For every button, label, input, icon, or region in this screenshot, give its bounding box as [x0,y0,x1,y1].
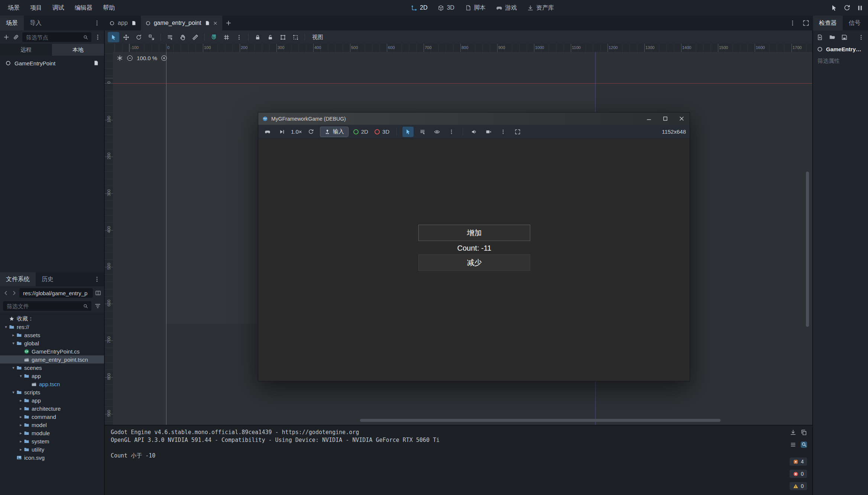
file-row-model[interactable]: ▸model [0,421,104,429]
forward-button[interactable] [11,290,17,296]
inspector-dock-tab-signals[interactable]: 信号 [843,16,867,30]
tree-down-arrow-icon[interactable]: ▾ [10,390,16,395]
scene-dock-tab-import[interactable]: 导入 [24,16,48,30]
tree-right-arrow-icon[interactable]: ▸ [18,439,24,444]
win-close-icon[interactable] [213,21,218,26]
tool-grid-snap-button[interactable] [221,32,232,42]
game-toolbar-camera-override-button[interactable] [483,127,494,137]
update-spinner-icon[interactable] [117,55,123,61]
game-toolbar-mode-2d-button[interactable]: 2D [352,128,370,135]
game-toolbar-mode-3d-button[interactable]: 3D [373,128,391,135]
game-toolbar-audio-button[interactable] [469,127,480,137]
game-toolbar-reset-button[interactable] [305,127,317,137]
game-toolbar-more-2-button[interactable] [498,127,509,137]
tree-right-arrow-icon[interactable]: ▸ [18,423,24,427]
game-toolbar-embed-fullscreen-button[interactable] [512,127,523,137]
tool-ungroup-button[interactable] [290,32,301,42]
tree-right-arrow-icon[interactable]: ▸ [18,406,24,411]
tree-right-arrow-icon[interactable]: ▸ [18,414,24,419]
file-row-scenes[interactable]: ▾scenes [0,364,104,372]
scene-subtab-local[interactable]: 本地 [52,44,104,56]
game-toolbar-more-button[interactable] [446,127,457,137]
scene-dock-menu-button[interactable] [94,34,101,40]
filter-files-input[interactable] [6,303,81,310]
menu-debug[interactable]: 调试 [48,3,68,13]
file-row-icon-svg[interactable]: icon.svg [0,453,104,462]
file-row-utility[interactable]: ▸utility [0,445,104,453]
menu-help[interactable]: 帮助 [99,3,119,13]
add-node-button[interactable] [3,34,10,40]
workspace-game[interactable]: 游戏 [492,2,521,14]
editor-expand-button[interactable] [803,20,809,26]
file-row-scenes-app[interactable]: ▾app [0,372,104,380]
increase-button[interactable]: 增加 [418,225,530,241]
file-row-gameentrypoint-cs[interactable]: C#GameEntryPoint.cs [0,347,104,355]
back-button[interactable] [3,290,9,296]
file-row-game-entry-point-tscn[interactable]: game_entry_point.tscn [0,355,104,364]
window-close-button[interactable] [673,113,690,125]
file-row-architecture[interactable]: ▸architecture [0,404,104,413]
window-maximize-button[interactable] [657,113,673,125]
scene-subtab-remote[interactable]: 远程 [0,44,52,56]
horizontal-scrollbar[interactable] [360,419,720,422]
file-row-res-root[interactable]: ▾res:// [0,323,104,331]
workspace-3d[interactable]: 3D [434,3,458,13]
instantiate-scene-button[interactable] [13,34,19,40]
filesystem-dock-tab-filesystem[interactable]: 文件系统 [0,272,36,286]
workspace-script[interactable]: 脚本 [461,2,489,14]
file-row-favorites[interactable]: 收藏： [0,315,104,323]
sort-files-button[interactable] [94,303,101,309]
save-log-button[interactable] [790,429,796,436]
tool-rotate-button[interactable] [133,32,145,42]
scene-dock-tab-scene[interactable]: 场景 [0,16,24,30]
tree-down-arrow-icon[interactable]: ▾ [10,365,16,370]
decrease-button[interactable]: 减少 [418,254,530,271]
inspector-dock-tab-inspector[interactable]: 检查器 [813,16,843,30]
zoom-out-button[interactable] [127,55,133,61]
game-toolbar-input-mode-toggle[interactable]: 输入 [320,127,349,137]
menu-scene[interactable]: 场景 [4,3,24,13]
script-icon[interactable] [93,60,99,66]
collapse-messages-button[interactable] [790,442,796,448]
tool-lock-button[interactable] [252,32,263,42]
tree-right-arrow-icon[interactable]: ▸ [18,447,24,452]
workspace-assetlib[interactable]: 资产库 [524,2,558,14]
tree-right-arrow-icon[interactable]: ▸ [18,431,24,436]
tool-move-button[interactable] [120,32,132,42]
scene-tree-node-game-entry-point[interactable]: GameEntryPoint [0,58,104,68]
scene-dock-menu-button[interactable] [94,20,104,26]
filter-nodes-input[interactable] [25,34,81,41]
menu-editor[interactable]: 编辑器 [71,3,97,13]
game-toolbar-node-list-button[interactable] [417,127,428,137]
tree-down-arrow-icon[interactable]: ▾ [18,374,24,378]
tool-scale-button[interactable] [146,32,157,42]
filesystem-dock-tab-history[interactable]: 历史 [36,272,59,286]
scene-tab-app[interactable]: app [105,16,141,30]
tool-select-button[interactable] [108,32,119,42]
runbar-game-select-button[interactable] [830,4,838,12]
tool-list-select-button[interactable] [164,32,176,42]
editor-panel-menu-button[interactable] [789,20,796,26]
split-view-button[interactable] [95,290,101,296]
file-row-global[interactable]: ▾global [0,339,104,347]
zoom-level[interactable]: 100.0 % [137,55,157,61]
workspace-2d[interactable]: 2D [407,3,431,13]
inspector-dock-menu-button[interactable] [867,20,868,26]
filter-properties-field[interactable]: 筛选属性 [813,55,868,68]
tool-group-button[interactable] [277,32,289,42]
file-row-scripts-app[interactable]: ▸app [0,396,104,404]
copy-log-button[interactable] [801,429,807,436]
tool-snap-options-button[interactable] [233,32,245,42]
runbar-pause-button[interactable] [856,4,864,12]
badge-debug-messages[interactable]: 4 [790,457,807,466]
vertical-scrollbar[interactable] [806,172,809,327]
tree-right-arrow-icon[interactable]: ▸ [10,333,16,338]
inspector-save-resource-button[interactable] [841,34,848,40]
file-row-assets[interactable]: ▸assets [0,331,104,339]
filesystem-dock-menu-button[interactable] [94,276,104,283]
inspector-menu-button[interactable] [858,34,864,40]
tree-down-arrow-icon[interactable]: ▾ [3,325,9,329]
file-row-scripts[interactable]: ▾scripts [0,388,104,396]
scene-tab-game-entry-point[interactable]: game_entry_point [141,16,222,30]
file-row-module[interactable]: ▸module [0,429,104,437]
